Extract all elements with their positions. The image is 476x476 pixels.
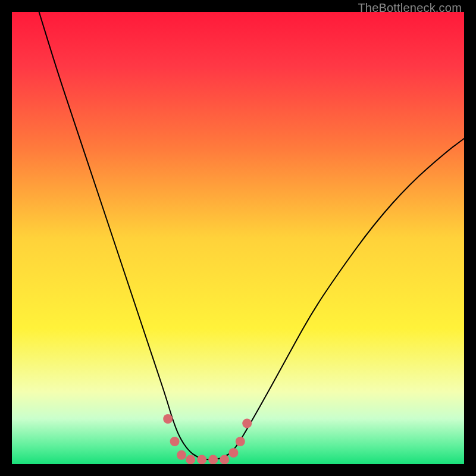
dip-marker bbox=[170, 437, 180, 446]
dip-marker bbox=[208, 455, 218, 464]
plot-area bbox=[12, 12, 464, 464]
chart-container: TheBottleneck.com bbox=[0, 0, 476, 476]
dip-marker bbox=[220, 455, 229, 464]
dip-marker bbox=[242, 419, 252, 428]
gradient-background bbox=[12, 12, 464, 464]
dip-marker bbox=[186, 455, 195, 464]
chart-svg bbox=[12, 12, 464, 464]
dip-marker bbox=[177, 450, 186, 460]
dip-marker bbox=[236, 437, 245, 446]
dip-marker bbox=[197, 455, 206, 464]
dip-marker bbox=[228, 448, 238, 458]
dip-marker bbox=[163, 414, 173, 424]
